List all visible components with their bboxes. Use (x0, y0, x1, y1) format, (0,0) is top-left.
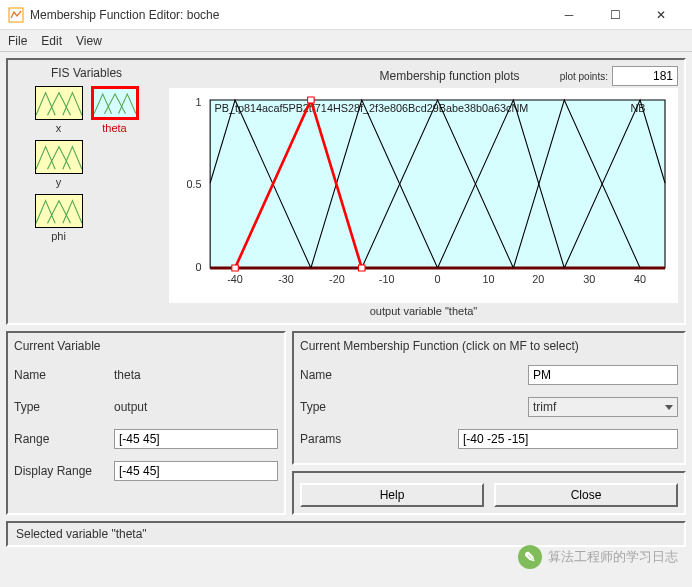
fis-var-label: y (56, 176, 62, 188)
fis-title: FIS Variables (14, 66, 159, 80)
window-title: Membership Function Editor: boche (30, 8, 546, 22)
mf-icon (35, 140, 83, 174)
plot-title: Membership function plots (380, 69, 520, 83)
label-range: Range (14, 432, 114, 446)
help-button[interactable]: Help (300, 483, 484, 507)
menu-view[interactable]: View (76, 34, 102, 48)
label-type: Type (14, 400, 114, 414)
display-range-input[interactable] (114, 461, 278, 481)
fis-var-label: x (56, 122, 62, 134)
mf-name-input[interactable] (528, 365, 678, 385)
top-panel: FIS Variables x theta (6, 58, 686, 325)
current-mf-panel: Current Membership Function (click on MF… (292, 331, 686, 465)
value-type: output (114, 400, 278, 414)
label-mf-type: Type (300, 400, 400, 414)
svg-rect-1 (210, 100, 665, 268)
mf-icon (35, 194, 83, 228)
svg-rect-18 (359, 265, 365, 271)
fis-var-x[interactable]: x (35, 86, 83, 134)
close-button[interactable]: Close (494, 483, 678, 507)
mf-plot[interactable]: 0 0.5 1 -40 -30 -20 -10 0 10 20 30 40 (169, 88, 678, 303)
watermark: ✎ 算法工程师的学习日志 (518, 545, 678, 569)
range-input[interactable] (114, 429, 278, 449)
svg-rect-16 (232, 265, 238, 271)
mf-params-input[interactable] (458, 429, 678, 449)
panel-title: Current Membership Function (click on MF… (300, 339, 678, 353)
label-mf-params: Params (300, 432, 400, 446)
svg-text:0: 0 (435, 274, 441, 285)
svg-text:40: 40 (634, 274, 646, 285)
status-text: Selected variable "theta" (16, 527, 147, 541)
fis-var-phi[interactable]: phi (35, 194, 83, 242)
mf-icon (91, 86, 139, 120)
wechat-icon: ✎ (518, 545, 542, 569)
fis-var-label: phi (51, 230, 66, 242)
svg-text:-40: -40 (227, 274, 243, 285)
fis-variables-panel: FIS Variables x theta (14, 66, 159, 317)
mf-icon (35, 86, 83, 120)
menubar: File Edit View (0, 30, 692, 52)
label-mf-name: Name (300, 368, 400, 382)
current-variable-panel: Current Variable Name theta Type output … (6, 331, 286, 515)
svg-text:0.5: 0.5 (186, 179, 201, 190)
mf-top-labels: PB_tp814acaf5PB2tf714HS28f_2f3e806Bcd29B… (214, 103, 528, 114)
maximize-button[interactable]: ☐ (592, 0, 638, 30)
plot-points-input[interactable] (612, 66, 678, 86)
minimize-button[interactable]: ─ (546, 0, 592, 30)
current-mf-container: Current Membership Function (click on MF… (292, 331, 686, 515)
svg-text:-20: -20 (329, 274, 345, 285)
svg-text:1: 1 (195, 97, 201, 108)
svg-text:30: 30 (583, 274, 595, 285)
menu-edit[interactable]: Edit (41, 34, 62, 48)
fis-var-label: theta (102, 122, 126, 134)
close-window-button[interactable]: ✕ (638, 0, 684, 30)
watermark-text: 算法工程师的学习日志 (548, 548, 678, 566)
fis-var-y[interactable]: y (35, 140, 83, 188)
panel-title: Current Variable (14, 339, 278, 353)
value-name: theta (114, 368, 278, 382)
window-controls: ─ ☐ ✕ (546, 0, 684, 30)
titlebar: Membership Function Editor: boche ─ ☐ ✕ (0, 0, 692, 30)
svg-text:20: 20 (532, 274, 544, 285)
fis-var-theta[interactable]: theta (91, 86, 139, 134)
svg-text:-30: -30 (278, 274, 294, 285)
mf-type-select[interactable]: trimf (528, 397, 678, 417)
svg-rect-17 (308, 97, 314, 103)
menu-file[interactable]: File (8, 34, 27, 48)
label-display-range: Display Range (14, 464, 114, 478)
status-bar: Selected variable "theta" (6, 521, 686, 547)
label-name: Name (14, 368, 114, 382)
svg-text:0: 0 (195, 262, 201, 273)
x-axis-label: output variable "theta" (169, 305, 678, 317)
plot-panel: Membership function plots plot points: 0… (169, 66, 678, 317)
app-icon (8, 7, 24, 23)
svg-text:10: 10 (482, 274, 494, 285)
plot-points-label: plot points: (560, 71, 608, 82)
svg-text:-10: -10 (379, 274, 395, 285)
